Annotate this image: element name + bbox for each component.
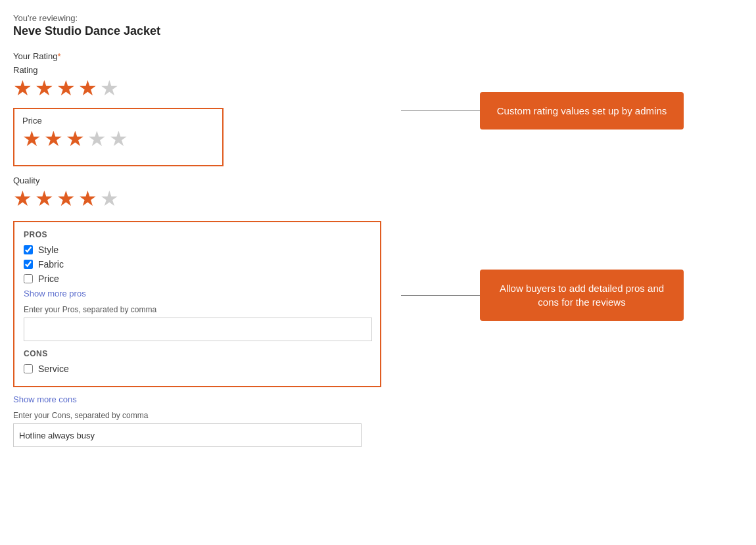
pros-checkbox-price[interactable] [24,274,33,283]
pros-checkbox-style[interactable] [24,245,33,254]
connector-line-1 [401,110,480,111]
price-star-3[interactable]: ★ [66,128,85,149]
quality-star-2[interactable]: ★ [35,188,54,209]
quality-star-1[interactable]: ★ [13,188,32,209]
quality-section: Quality ★ ★ ★ ★ ★ [13,176,394,209]
quality-rating-stars[interactable]: ★ ★ ★ ★ ★ [13,188,394,209]
pros-item-price[interactable]: Price [24,273,371,284]
product-name: Neve Studio Dance Jacket [13,24,394,38]
custom-rating-annotation: Custom rating values set up by admins [401,92,684,130]
your-rating-label: Your Rating* [13,51,394,61]
main-rating-stars[interactable]: ★ ★ ★ ★ ★ [13,78,394,99]
price-star-5[interactable]: ★ [109,128,128,149]
quality-rating-label: Quality [13,176,394,185]
price-rating-label: Price [22,116,214,126]
connector-line-2 [401,295,480,296]
pros-text-input[interactable] [24,318,372,341]
cons-label-service: Service [38,364,69,374]
star-2[interactable]: ★ [35,78,54,99]
pros-item-fabric[interactable]: Fabric [24,259,371,270]
cons-input-label: Enter your Cons, separated by comma [13,411,394,420]
pros-cons-box: PROS Style Fabric Price Show more pros E… [13,221,381,387]
show-more-pros-link[interactable]: Show more pros [24,289,86,298]
price-rating-stars[interactable]: ★ ★ ★ ★ ★ [22,128,214,149]
pros-cons-callout: Allow buyers to add detailed pros and co… [480,270,684,321]
pros-label-price: Price [38,273,59,284]
pros-cons-annotation: Allow buyers to add detailed pros and co… [401,270,684,321]
quality-star-5[interactable]: ★ [100,188,119,209]
pros-label-fabric: Fabric [38,259,64,270]
star-4[interactable]: ★ [78,78,97,99]
show-more-cons-link[interactable]: Show more cons [13,394,77,404]
quality-star-4[interactable]: ★ [78,188,97,209]
price-rating-box: Price ★ ★ ★ ★ ★ [13,108,224,166]
price-star-1[interactable]: ★ [22,128,41,149]
cons-heading: CONS [24,349,371,358]
price-star-4[interactable]: ★ [87,128,106,149]
custom-rating-callout: Custom rating values set up by admins [480,92,684,130]
star-3[interactable]: ★ [57,78,76,99]
pros-item-style[interactable]: Style [24,245,371,255]
pros-input-label: Enter your Pros, separated by comma [24,305,371,314]
pros-checkbox-fabric[interactable] [24,260,33,269]
pros-label-style: Style [38,245,59,255]
quality-star-3[interactable]: ★ [57,188,76,209]
price-star-2[interactable]: ★ [44,128,63,149]
star-1[interactable]: ★ [13,78,32,99]
cons-item-service[interactable]: Service [24,364,371,374]
star-5[interactable]: ★ [100,78,119,99]
main-rating-sublabel: Rating [13,65,394,75]
cons-text-input[interactable] [13,423,362,447]
reviewing-label: You're reviewing: [13,13,394,23]
cons-checkbox-service[interactable] [24,364,33,373]
pros-heading: PROS [24,230,371,239]
